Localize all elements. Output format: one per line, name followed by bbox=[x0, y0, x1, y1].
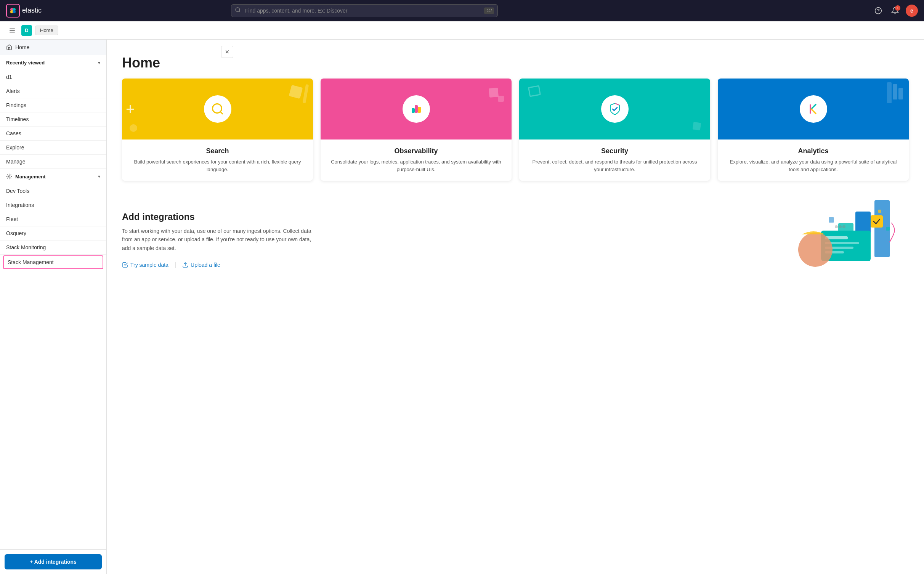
security-card-body: Security Prevent, collect, detect, and r… bbox=[519, 139, 710, 181]
upload-file-button[interactable]: Upload a file bbox=[182, 262, 220, 268]
solutions-section: + Search Build powerful search experienc… bbox=[107, 79, 924, 196]
observability-card-icon bbox=[403, 95, 430, 123]
solution-card-security[interactable]: Security Prevent, collect, detect, and r… bbox=[519, 79, 710, 181]
logo-icon bbox=[6, 4, 20, 18]
recently-viewed-item-timelines[interactable]: Timelines bbox=[0, 112, 106, 127]
top-navigation: elastic ⌘/ 1 e bbox=[0, 0, 924, 21]
card-hero-search: + bbox=[122, 79, 313, 139]
svg-point-4 bbox=[236, 8, 240, 12]
management-chevron: ▾ bbox=[98, 174, 100, 179]
solution-card-analytics[interactable]: Analytics Explore, visualize, and analyz… bbox=[718, 79, 909, 181]
hamburger-button[interactable] bbox=[6, 24, 18, 37]
card-hero-observability bbox=[321, 79, 512, 139]
notifications-icon[interactable]: 1 bbox=[889, 5, 901, 17]
observability-card-body: Observability Consolidate your logs, met… bbox=[321, 139, 512, 181]
recently-viewed-item-findings[interactable]: Findings bbox=[0, 98, 106, 112]
sidebar-item-home[interactable]: Home bbox=[0, 40, 106, 55]
svg-point-31 bbox=[839, 225, 842, 228]
analytics-card-desc: Explore, visualize, and analyze your dat… bbox=[725, 158, 901, 173]
sidebar-item-integrations[interactable]: Integrations bbox=[0, 198, 106, 212]
home-label: Home bbox=[15, 44, 29, 50]
svg-point-11 bbox=[212, 104, 221, 113]
analytics-card-body: Analytics Explore, visualize, and analyz… bbox=[718, 139, 909, 181]
recently-viewed-item-cases[interactable]: Cases bbox=[0, 127, 106, 141]
logo-text: elastic bbox=[22, 6, 42, 14]
card-hero-security bbox=[519, 79, 710, 139]
notification-badge: 1 bbox=[895, 5, 900, 11]
home-breadcrumb[interactable]: Home bbox=[35, 26, 58, 35]
help-icon[interactable] bbox=[872, 5, 884, 17]
svg-rect-28 bbox=[886, 227, 890, 231]
recently-viewed-section-header[interactable]: Recently viewed ▾ bbox=[0, 55, 106, 70]
secondary-navigation: D Home bbox=[0, 21, 924, 40]
search-card-title: Search bbox=[130, 147, 305, 155]
integrations-desc: To start working with your data, use one… bbox=[122, 227, 313, 252]
management-section-header[interactable]: Management ▾ bbox=[0, 169, 106, 184]
sidebar-item-dev-tools[interactable]: Dev Tools bbox=[0, 184, 106, 198]
svg-rect-14 bbox=[418, 107, 421, 113]
elastic-logo[interactable]: elastic bbox=[6, 4, 42, 18]
upload-label: Upload a file bbox=[191, 262, 220, 268]
recently-viewed-chevron: ▾ bbox=[98, 60, 100, 66]
sidebar-item-stack-monitoring[interactable]: Stack Monitoring bbox=[0, 241, 106, 255]
recently-viewed-title: Recently viewed bbox=[6, 60, 45, 66]
svg-point-30 bbox=[835, 225, 838, 228]
search-shortcut: ⌘/ bbox=[484, 7, 494, 14]
search-input[interactable] bbox=[231, 4, 498, 17]
card-hero-analytics bbox=[718, 79, 909, 139]
sidebar: Home Recently viewed ▾ d1 Alerts Finding… bbox=[0, 40, 107, 574]
svg-point-25 bbox=[798, 232, 833, 267]
search-icon bbox=[235, 7, 241, 14]
search-card-desc: Build powerful search experiences for yo… bbox=[130, 158, 305, 173]
sidebar-item-osquery[interactable]: Osquery bbox=[0, 226, 106, 241]
management-title: Management bbox=[15, 174, 45, 180]
integrations-section: Add integrations To start working with y… bbox=[107, 196, 924, 284]
space-avatar[interactable]: D bbox=[21, 25, 32, 36]
solution-card-search[interactable]: + Search Build powerful search experienc… bbox=[122, 79, 313, 181]
solution-card-observability[interactable]: Observability Consolidate your logs, met… bbox=[321, 79, 512, 181]
svg-rect-12 bbox=[415, 105, 418, 113]
recently-viewed-item-d1[interactable]: d1 bbox=[0, 70, 106, 84]
svg-rect-26 bbox=[871, 215, 883, 228]
main-layout: Home Recently viewed ▾ d1 Alerts Finding… bbox=[0, 40, 924, 574]
recently-viewed-item-alerts[interactable]: Alerts bbox=[0, 84, 106, 98]
svg-rect-13 bbox=[412, 108, 415, 113]
svg-point-3 bbox=[13, 10, 16, 13]
security-card-title: Security bbox=[527, 147, 703, 155]
recently-viewed-item-manage[interactable]: Manage bbox=[0, 155, 106, 169]
security-card-desc: Prevent, collect, detect, and respond to… bbox=[527, 158, 703, 173]
user-avatar[interactable]: e bbox=[906, 5, 918, 17]
nav-actions: 1 e bbox=[872, 5, 918, 17]
svg-rect-29 bbox=[878, 210, 881, 213]
flyout-close-button[interactable]: ✕ bbox=[221, 46, 233, 58]
search-bar: ⌘/ bbox=[231, 4, 498, 17]
security-card-icon bbox=[601, 95, 629, 123]
recently-viewed-item-explore[interactable]: Explore bbox=[0, 141, 106, 155]
analytics-card-icon bbox=[800, 95, 827, 123]
sidebar-item-stack-management[interactable]: Stack Management bbox=[3, 255, 103, 269]
search-card-body: Search Build powerful search experiences… bbox=[122, 139, 313, 181]
observability-card-title: Observability bbox=[328, 147, 504, 155]
svg-point-10 bbox=[8, 176, 10, 177]
svg-rect-27 bbox=[829, 217, 834, 223]
search-card-icon bbox=[204, 95, 231, 123]
add-integrations-button[interactable]: + Add integrations bbox=[5, 554, 102, 569]
svg-point-32 bbox=[842, 225, 845, 228]
main-content: ✕ Home + bbox=[107, 40, 924, 574]
analytics-card-title: Analytics bbox=[725, 147, 901, 155]
solutions-grid: + Search Build powerful search experienc… bbox=[122, 79, 909, 181]
integrations-illustration bbox=[779, 189, 901, 273]
sidebar-item-fleet[interactable]: Fleet bbox=[0, 212, 106, 226]
try-sample-label: Try sample data bbox=[130, 262, 168, 268]
observability-card-desc: Consolidate your logs, metrics, applicat… bbox=[328, 158, 504, 173]
sidebar-footer: + Add integrations bbox=[0, 549, 106, 574]
try-sample-data-button[interactable]: Try sample data bbox=[122, 262, 168, 268]
